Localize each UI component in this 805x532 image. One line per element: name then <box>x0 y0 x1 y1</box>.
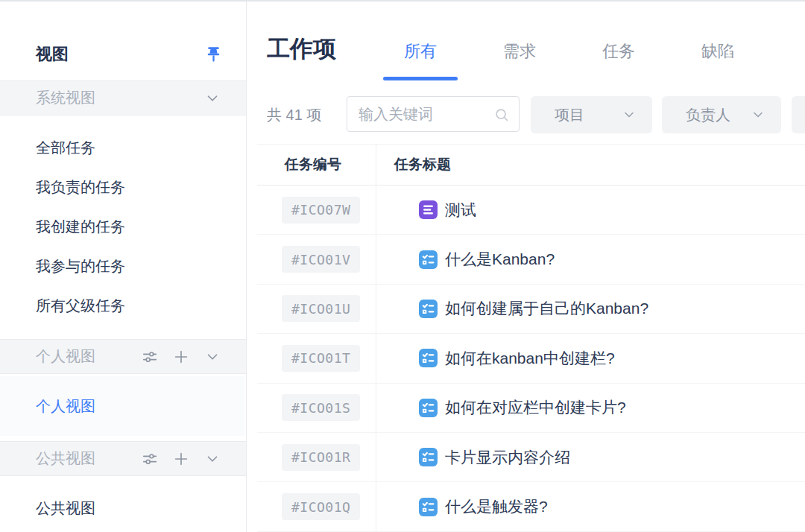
app-window: 视图 系统视图 全部任务 我负责的任务 我创建的任务 我参与的任务 所有父级任务… <box>0 0 805 532</box>
task-id-cell: #ICO01S <box>257 384 376 432</box>
sidebar-item-label: 我参与的任务 <box>36 256 125 276</box>
sidebar-item-label: 个人视图 <box>36 396 95 417</box>
task-title: 测试 <box>445 200 476 221</box>
chevron-down-icon[interactable] <box>204 349 221 365</box>
item-type-checklist-icon-blue <box>419 399 438 417</box>
task-title: 什么是Kanban? <box>445 249 555 270</box>
table-header: 任务编号 任务标题 <box>257 145 805 186</box>
task-id-badge: #ICO01U <box>282 295 360 322</box>
sidebar-item-label: 全部任务 <box>36 138 95 158</box>
task-id-cell: #ICO01Q <box>257 482 376 531</box>
pin-icon[interactable] <box>204 45 223 64</box>
task-id-badge: #ICO01T <box>282 345 360 372</box>
tab[interactable]: 需求 <box>482 30 557 80</box>
table-row[interactable]: #ICO01U 如何创建属于自己的Kanban? <box>257 285 805 334</box>
task-title: 如何在对应栏中创建卡片? <box>445 397 626 418</box>
column-header-task-title: 任务标题 <box>376 145 805 185</box>
section-label: 公共视图 <box>36 449 95 469</box>
tab-label: 任务 <box>602 42 635 60</box>
sidebar-item-public-view[interactable]: 公共视图 <box>0 489 245 528</box>
work-item-tabs: 所有 需求 任务 缺陷 <box>383 30 755 80</box>
sidebar-header: 视图 <box>36 38 223 71</box>
chevron-down-icon[interactable] <box>204 451 221 467</box>
tab[interactable]: 任务 <box>581 30 656 80</box>
table-row[interactable]: #ICO07W 测试 <box>257 186 805 235</box>
task-id-badge: #ICO01V <box>282 246 360 273</box>
task-title-cell: 测试 <box>376 186 805 234</box>
plus-icon[interactable] <box>173 349 189 365</box>
item-type-checklist-icon-blue <box>419 448 438 466</box>
table-row[interactable]: #ICO01Q 什么是触发器? <box>257 482 805 531</box>
task-id-cell: #ICO07W <box>257 186 376 234</box>
task-title: 如何在kanban中创建栏? <box>445 348 615 369</box>
filter-label: 项目 <box>555 105 584 125</box>
sidebar-section-system-views[interactable]: 系统视图 <box>0 80 246 115</box>
sidebar-item-label: 公共视图 <box>36 498 95 519</box>
tab-label: 需求 <box>503 42 536 60</box>
work-items-panel: 工作项 所有 需求 任务 缺陷 共 41 项 项目 负责人 任务编号 任务标题 … <box>247 1 805 532</box>
task-title: 如何创建属于自己的Kanban? <box>445 298 648 319</box>
task-id-cell: #ICO01T <box>257 334 376 382</box>
task-title-cell: 什么是触发器? <box>376 482 805 531</box>
tab[interactable]: 所有 <box>383 30 458 80</box>
tab-label: 缺陷 <box>701 42 734 60</box>
table-row[interactable]: #ICO01S 如何在对应栏中创建卡片? <box>257 384 805 433</box>
item-type-checklist-icon-blue <box>419 250 438 269</box>
sidebar-view-item[interactable]: 我参与的任务 <box>0 247 245 286</box>
system-views-list: 全部任务 我负责的任务 我创建的任务 我参与的任务 所有父级任务 <box>0 128 245 326</box>
sidebar-item-personal-view[interactable]: 个人视图 <box>0 376 245 436</box>
sidebar-title: 视图 <box>36 43 69 66</box>
table-body: #ICO07W 测试 #ICO01V 什么是Kanban? #ICO01U <box>257 186 805 532</box>
task-id-badge: #ICO01R <box>282 444 360 471</box>
sidebar-item-label: 我负责的任务 <box>36 177 125 197</box>
chevron-down-icon <box>751 107 765 122</box>
tab-label: 所有 <box>404 42 437 60</box>
sidebar-view-item[interactable]: 我创建的任务 <box>0 207 245 247</box>
task-title: 卡片显示内容介绍 <box>445 447 570 468</box>
section-label: 系统视图 <box>36 88 95 108</box>
task-title-cell: 卡片显示内容介绍 <box>376 433 805 481</box>
task-id-badge: #ICO01S <box>282 394 360 421</box>
chevron-down-icon[interactable] <box>204 90 221 107</box>
filter-dropdown[interactable]: 负责人 <box>662 96 781 133</box>
sidebar-item-label: 所有父级任务 <box>36 296 125 316</box>
task-id-cell: #ICO01R <box>257 433 376 481</box>
keyword-search <box>347 96 520 132</box>
filter-dropdown-partial[interactable] <box>792 96 805 133</box>
sidebar-section-personal-views[interactable]: 个人视图 <box>0 339 246 374</box>
sidebar-view-item[interactable]: 全部任务 <box>0 128 245 168</box>
task-title-cell: 什么是Kanban? <box>376 235 805 283</box>
sliders-icon[interactable] <box>142 451 158 467</box>
filter-dropdown[interactable]: 项目 <box>531 96 652 133</box>
task-title-cell: 如何在kanban中创建栏? <box>376 334 805 382</box>
item-type-list-icon-purple <box>419 200 438 219</box>
item-type-checklist-icon-blue <box>419 498 438 516</box>
section-label: 个人视图 <box>36 346 95 367</box>
search-input[interactable] <box>347 97 519 131</box>
work-items-table: 任务编号 任务标题 #ICO07W 测试 #ICO01V <box>257 144 805 532</box>
sidebar-item-label: 我创建的任务 <box>36 217 125 237</box>
task-id-badge: #ICO01Q <box>282 493 360 520</box>
task-title: 什么是触发器? <box>445 496 548 517</box>
table-row[interactable]: #ICO01V 什么是Kanban? <box>257 235 805 284</box>
chevron-down-icon <box>622 107 637 122</box>
task-id-cell: #ICO01U <box>257 285 376 333</box>
plus-icon[interactable] <box>173 451 189 467</box>
table-row[interactable]: #ICO01R 卡片显示内容介绍 <box>257 433 805 482</box>
item-type-checklist-icon-blue <box>419 300 438 318</box>
table-row[interactable]: #ICO01T 如何在kanban中创建栏? <box>257 334 805 383</box>
items-count: 共 41 项 <box>267 95 321 134</box>
views-sidebar: 视图 系统视图 全部任务 我负责的任务 我创建的任务 我参与的任务 所有父级任务… <box>0 1 247 532</box>
sidebar-view-item[interactable]: 我负责的任务 <box>0 168 245 207</box>
task-id-cell: #ICO01V <box>257 235 376 283</box>
tab[interactable]: 缺陷 <box>681 30 755 80</box>
column-header-task-id: 任务编号 <box>257 145 376 185</box>
page-title: 工作项 <box>267 34 336 64</box>
sidebar-section-public-views[interactable]: 公共视图 <box>0 441 246 476</box>
sidebar-view-item[interactable]: 所有父级任务 <box>0 286 245 326</box>
task-title-cell: 如何在对应栏中创建卡片? <box>376 384 805 432</box>
sliders-icon[interactable] <box>142 349 158 365</box>
task-id-badge: #ICO07W <box>282 197 360 224</box>
task-title-cell: 如何创建属于自己的Kanban? <box>376 285 805 333</box>
filter-label: 负责人 <box>686 105 730 125</box>
